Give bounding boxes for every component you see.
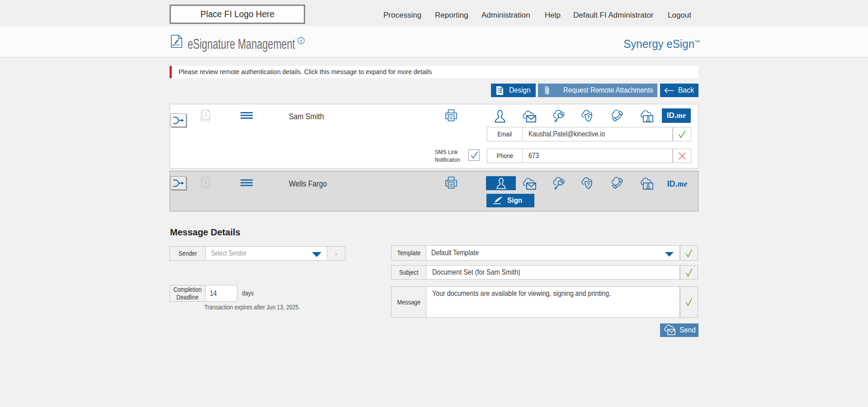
svg-text:1: 1: [204, 178, 208, 185]
svg-text:1: 1: [204, 112, 208, 118]
svg-text:?: ?: [587, 182, 590, 187]
svg-text:?: ?: [587, 114, 590, 120]
svg-text:x: x: [172, 43, 174, 47]
svg-text:i: i: [301, 38, 302, 43]
